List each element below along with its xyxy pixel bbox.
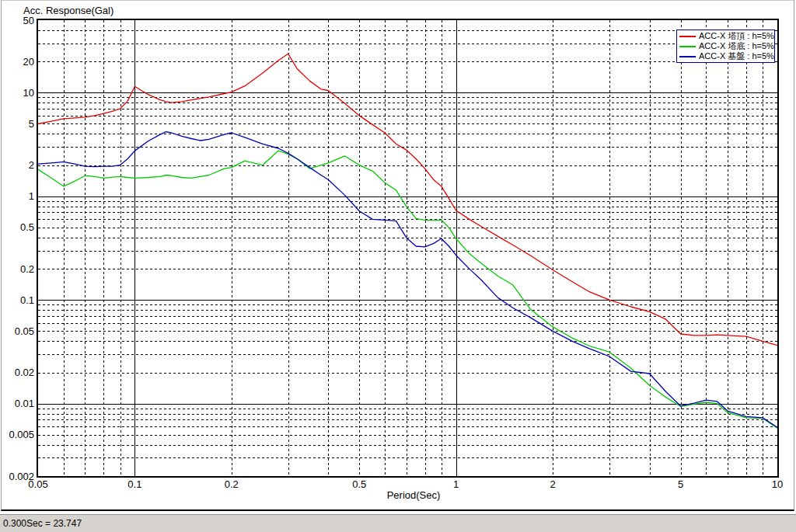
y-tick-label: 0.005 <box>9 429 34 440</box>
y-tick-label: 2 <box>29 159 34 171</box>
series-line-1 <box>38 151 777 428</box>
status-bar: 0.300Sec = 23.747 <box>0 514 796 532</box>
spectrum-plot[interactable]: 5020105210.50.20.10.050.020.010.0050.002… <box>2 1 796 513</box>
y-tick-label: 1 <box>29 190 34 202</box>
legend-entry-2: ACC-X 基盤 : h=5% <box>679 51 772 61</box>
legend-label: ACC-X 基盤 : h=5% <box>699 51 774 61</box>
x-tick-label: 0.2 <box>225 478 239 490</box>
x-tick-label: 0.1 <box>127 478 141 490</box>
x-tick-label: 0.5 <box>352 478 366 490</box>
y-tick-label: 0.01 <box>15 398 34 409</box>
legend-line-sample <box>679 56 696 57</box>
response-spectrum-window: Acc. Response(Gal) 5020105210.50.20.10.0… <box>0 0 796 532</box>
y-tick-label: 0.5 <box>20 221 34 233</box>
y-tick-label: 20 <box>23 56 34 68</box>
x-tick-label: 5 <box>678 478 683 490</box>
x-axis-title: Period(Sec) <box>387 490 441 501</box>
legend-label: ACC-X 塔底 : h=5% <box>699 41 774 51</box>
plot-frame <box>37 19 778 477</box>
legend-label: ACC-X 塔頂 : h=5% <box>699 31 774 41</box>
y-tick-label: 50 <box>23 15 34 26</box>
legend-line-sample <box>679 46 696 47</box>
y-tick-label: 0.1 <box>20 294 34 306</box>
x-tick-label: 1 <box>453 478 459 490</box>
legend-entry-1: ACC-X 塔底 : h=5% <box>679 41 772 51</box>
cursor-readout: 0.300Sec = 23.747 <box>3 518 82 529</box>
y-tick-label: 5 <box>29 118 34 130</box>
chart-panel: Acc. Response(Gal) 5020105210.50.20.10.0… <box>1 0 794 511</box>
y-tick-label: 0.02 <box>15 367 34 378</box>
y-tick-label: 0.05 <box>15 325 34 337</box>
x-tick-label: 0.05 <box>28 478 47 490</box>
series-line-2 <box>38 132 777 428</box>
legend-entry-0: ACC-X 塔頂 : h=5% <box>679 31 772 41</box>
y-tick-label: 10 <box>23 87 34 99</box>
legend: ACC-X 塔頂 : h=5%ACC-X 塔底 : h=5%ACC-X 基盤 :… <box>676 30 775 63</box>
legend-line-sample <box>679 36 696 37</box>
x-tick-label: 2 <box>550 478 556 490</box>
y-tick-label: 0.2 <box>20 263 34 275</box>
x-tick-label: 10 <box>772 478 783 490</box>
